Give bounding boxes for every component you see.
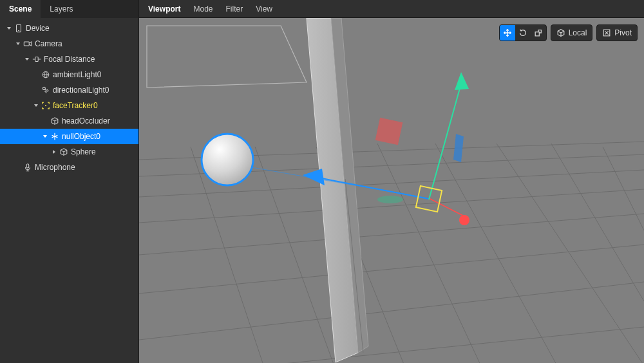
microphone-icon <box>22 163 33 172</box>
svg-line-42 <box>429 198 464 216</box>
expand-icon[interactable] <box>23 57 31 62</box>
local-space-button[interactable]: Local <box>551 25 592 41</box>
svg-line-33 <box>551 144 644 301</box>
tab-layers[interactable]: Layers <box>41 0 82 18</box>
pivot-label: Pivot <box>614 28 632 37</box>
red-plane <box>375 118 403 145</box>
svg-point-43 <box>459 215 469 225</box>
svg-line-26 <box>139 327 644 363</box>
svg-marker-39 <box>453 134 464 162</box>
tree-label: Sphere <box>71 147 96 156</box>
svg-line-30 <box>377 144 487 363</box>
tree-label: ambientLight0 <box>53 70 101 79</box>
pivot-button[interactable]: Pivot <box>597 25 637 41</box>
menu-view[interactable]: View <box>249 0 279 18</box>
tab-scene[interactable]: Scene <box>0 0 41 18</box>
tree-row-sphere[interactable]: Sphere <box>0 144 138 160</box>
ambient-light-icon <box>40 70 52 79</box>
svg-point-40 <box>202 134 253 185</box>
tree-row-microphone[interactable]: Microphone <box>0 160 138 175</box>
scale-tool-button[interactable] <box>531 25 546 41</box>
cube-icon <box>556 28 565 37</box>
svg-point-6 <box>43 87 45 89</box>
blue-plane <box>453 134 464 162</box>
tree-label: Focal Distance <box>44 55 95 64</box>
menu-filter[interactable]: Filter <box>220 0 250 18</box>
svg-line-34 <box>603 147 644 230</box>
camera-icon <box>22 39 33 48</box>
expand-icon[interactable] <box>50 149 58 154</box>
tree-row-device[interactable]: Device <box>0 21 138 36</box>
tree-row-directional-light[interactable]: directionalLight0 <box>0 82 138 98</box>
tree-label: Microphone <box>35 163 75 172</box>
svg-line-22 <box>139 189 644 223</box>
svg-line-9 <box>44 91 46 93</box>
expand-icon[interactable] <box>14 41 22 46</box>
ground-marker <box>377 196 403 203</box>
pivot-icon <box>602 28 611 37</box>
focal-distance-icon <box>31 55 43 64</box>
tree-row-face-tracker[interactable]: faceTracker0 <box>0 98 138 113</box>
svg-line-25 <box>139 282 644 340</box>
svg-line-8 <box>46 89 48 91</box>
face-tracker-icon <box>40 101 52 110</box>
svg-rect-3 <box>35 57 38 62</box>
viewport-panel: Viewport Mode Filter View <box>139 0 644 363</box>
expand-icon[interactable] <box>5 26 13 31</box>
tree-label: faceTracker0 <box>53 101 98 110</box>
svg-rect-2 <box>24 42 29 46</box>
tree-label: Camera <box>35 39 62 48</box>
sidebar: Scene Layers Device Camera <box>0 0 139 363</box>
manip-group <box>499 24 547 41</box>
vertical-slab <box>307 18 368 362</box>
svg-point-10 <box>45 105 46 106</box>
sphere-object[interactable] <box>202 134 253 185</box>
viewport-3d[interactable]: Local Pivot <box>139 18 644 363</box>
svg-rect-16 <box>26 164 29 168</box>
menu-mode[interactable]: Mode <box>187 0 219 18</box>
rotate-tool-button[interactable] <box>515 25 531 41</box>
mesh-icon <box>58 147 70 156</box>
space-group: Local <box>551 24 593 41</box>
tree-row-head-occluder[interactable]: headOccluder <box>0 113 138 129</box>
pivot-group: Pivot <box>596 24 638 41</box>
directional-light-icon <box>40 86 52 95</box>
sidebar-tabs: Scene Layers <box>0 0 138 18</box>
scene-tree: Device Camera Focal Distance <box>0 18 138 363</box>
tree-row-ambient-light[interactable]: ambientLight0 <box>0 67 138 82</box>
null-object-icon <box>49 132 61 141</box>
svg-marker-47 <box>455 72 469 90</box>
move-tool-button[interactable] <box>500 25 515 41</box>
tree-row-camera[interactable]: Camera <box>0 36 138 51</box>
mesh-icon <box>49 116 61 126</box>
viewport-toolbar: Local Pivot <box>499 24 638 41</box>
device-icon <box>13 24 24 33</box>
expand-icon[interactable] <box>41 134 49 139</box>
expand-icon[interactable] <box>32 103 40 108</box>
tree-row-focal-distance[interactable]: Focal Distance <box>0 51 138 67</box>
tree-label: directionalLight0 <box>53 86 109 95</box>
svg-rect-38 <box>375 118 403 145</box>
viewport-menu-bar: Viewport Mode Filter View <box>139 0 644 18</box>
local-space-label: Local <box>569 28 587 37</box>
tree-label: headOccluder <box>62 116 110 126</box>
tree-row-null-object[interactable]: nullObject0 <box>0 129 138 144</box>
svg-line-31 <box>435 144 564 363</box>
wireframe-plane <box>147 26 307 88</box>
svg-rect-51 <box>535 32 539 36</box>
tree-label: Device <box>26 24 50 33</box>
viewport-label: Viewport <box>148 0 187 18</box>
tree-label: nullObject0 <box>62 132 100 141</box>
